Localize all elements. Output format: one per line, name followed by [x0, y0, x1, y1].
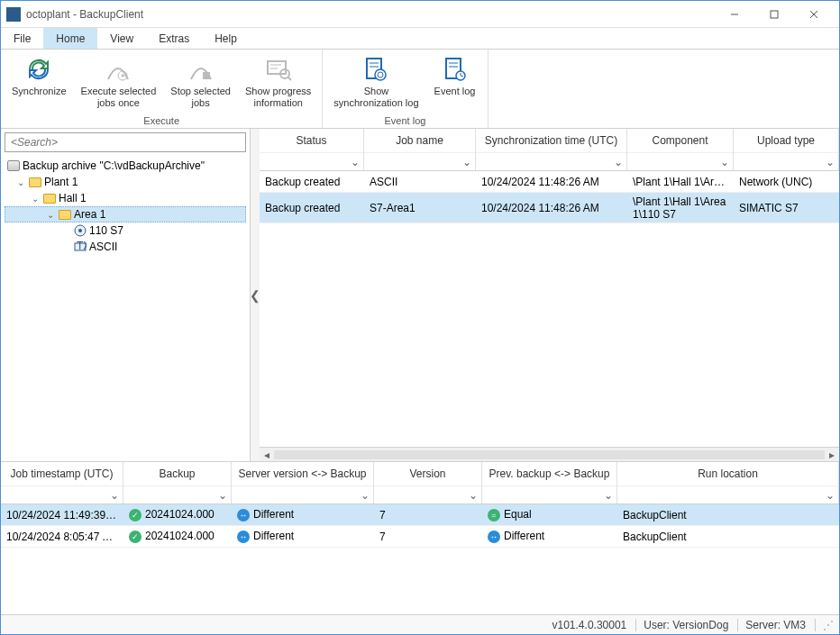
maximize-button[interactable]	[754, 2, 794, 27]
resize-grip-icon[interactable]: ⋰	[815, 619, 834, 631]
tree-root[interactable]: Backup archive "C:\vdBackupArchive"	[5, 158, 246, 174]
scroll-left-icon[interactable]: ◂	[260, 449, 274, 461]
col-status[interactable]: Status⌄	[260, 129, 364, 170]
folder-icon	[28, 176, 42, 188]
table-row[interactable]: Backup created S7-Area1 10/24/2024 11:48…	[260, 193, 839, 223]
filter-dropdown[interactable]: ⌄	[482, 485, 616, 503]
tree-area1[interactable]: ⌄ Area 1	[5, 206, 246, 222]
filter-dropdown[interactable]: ⌄	[627, 152, 733, 170]
ribbon: Synchronize Execute selected jobs once S…	[1, 50, 839, 129]
filter-dropdown[interactable]: ⌄	[734, 152, 838, 170]
play-once-icon	[104, 55, 132, 84]
filter-dropdown[interactable]: ⌄	[260, 152, 363, 170]
tree-110s7[interactable]: 110 S7	[5, 222, 246, 239]
folder-icon	[58, 208, 72, 221]
col-version[interactable]: Version⌄	[374, 462, 482, 503]
sync-icon	[24, 55, 53, 84]
expand-icon[interactable]: ⌄	[15, 177, 26, 187]
event-log-icon	[441, 55, 470, 84]
table-row[interactable]: Backup created ASCII 10/24/2024 11:48:26…	[260, 171, 839, 193]
filter-dropdown[interactable]: ⌄	[364, 152, 475, 170]
main-content: Backup archive "C:\vdBackupArchive" ⌄ Pl…	[1, 129, 839, 461]
tree-hall1[interactable]: ⌄ Hall 1	[5, 190, 246, 206]
menu-view[interactable]: View	[97, 28, 146, 49]
filter-dropdown[interactable]: ⌄	[123, 485, 231, 503]
ribbon-group-eventlog: Show synchronization log Event log Event…	[323, 50, 488, 128]
diff-icon: ↔	[237, 509, 250, 522]
tree-pane: Backup archive "C:\vdBackupArchive" ⌄ Pl…	[1, 129, 251, 461]
expand-icon[interactable]: ⌄	[30, 194, 41, 204]
component-icon	[73, 224, 87, 237]
expand-icon[interactable]: ⌄	[45, 210, 56, 220]
scroll-track[interactable]	[274, 450, 825, 459]
app-icon	[6, 7, 21, 22]
svg-point-15	[375, 69, 386, 80]
show-sync-log-button[interactable]: Show synchronization log	[326, 51, 425, 115]
status-server: Server: VM3	[737, 619, 806, 631]
jobs-grid-body[interactable]: Backup created ASCII 10/24/2024 11:48:26…	[260, 171, 839, 447]
history-grid-body[interactable]: 10/24/2024 11:49:39 AM ✓20241024.000 ↔Di…	[1, 504, 839, 614]
stop-icon	[187, 55, 215, 84]
scroll-right-icon[interactable]: ▸	[825, 449, 839, 461]
menu-extras[interactable]: Extras	[146, 28, 202, 49]
col-uploadtype[interactable]: Upload type⌄	[734, 129, 839, 170]
svg-rect-1	[771, 11, 778, 18]
filter-dropdown[interactable]: ⌄	[374, 485, 481, 503]
col-synctime[interactable]: Synchronization time (UTC)⌄	[476, 129, 627, 170]
history-grid-header: Job timestamp (UTC)⌄ Backup⌄ Server vers…	[1, 462, 839, 504]
tree-plant1[interactable]: ⌄ Plant 1	[5, 174, 246, 190]
col-serverversion[interactable]: Server version <-> Backup⌄	[232, 462, 374, 503]
show-progress-button[interactable]: Show progress information	[238, 51, 318, 115]
ribbon-group-execute: Synchronize Execute selected jobs once S…	[1, 50, 323, 128]
tree-view[interactable]: Backup archive "C:\vdBackupArchive" ⌄ Pl…	[1, 156, 250, 461]
jobs-grid: Status⌄ Job name⌄ Synchronization time (…	[260, 129, 839, 461]
status-user: User: VersionDog	[635, 619, 728, 631]
ribbon-eventlog-label: Event log	[326, 115, 483, 128]
search-box	[5, 132, 246, 152]
sync-log-icon	[361, 55, 390, 84]
filter-dropdown[interactable]: ⌄	[232, 485, 373, 503]
status-bar: v101.4.0.30001 User: VersionDog Server: …	[1, 614, 839, 634]
svg-rect-6	[203, 72, 210, 79]
filter-dropdown[interactable]: ⌄	[1, 485, 123, 503]
jobs-grid-header: Status⌄ Job name⌄ Synchronization time (…	[260, 129, 839, 171]
menu-file[interactable]: File	[1, 28, 43, 49]
filter-dropdown[interactable]: ⌄	[476, 152, 626, 170]
folder-icon	[42, 192, 57, 204]
execute-selected-button[interactable]: Execute selected jobs once	[74, 51, 164, 115]
svg-line-11	[288, 77, 291, 80]
svg-text:TXT: TXT	[77, 240, 87, 252]
window-title: octoplant - BackupClient	[26, 8, 715, 21]
col-backup[interactable]: Backup⌄	[123, 462, 232, 503]
progress-icon	[264, 55, 293, 84]
table-row[interactable]: 10/24/2024 8:05:47 AM ✓20241024.000 ↔Dif…	[1, 526, 839, 548]
col-timestamp[interactable]: Job timestamp (UTC)⌄	[1, 462, 123, 503]
synchronize-button[interactable]: Synchronize	[5, 51, 74, 115]
main-grid-pane: Status⌄ Job name⌄ Synchronization time (…	[260, 129, 839, 461]
col-component[interactable]: Component⌄	[627, 129, 734, 170]
diff-icon: ↔	[237, 531, 250, 543]
minimize-button[interactable]	[715, 2, 754, 27]
filter-dropdown[interactable]: ⌄	[617, 485, 838, 503]
tree-ascii[interactable]: TXT ASCII	[5, 239, 246, 255]
status-icon: ✓	[129, 531, 142, 543]
stop-selected-button[interactable]: Stop selected jobs	[163, 51, 238, 115]
status-icon: ✓	[129, 509, 142, 522]
menu-help[interactable]: Help	[202, 28, 250, 49]
search-input[interactable]	[5, 133, 245, 151]
menu-bar: File Home View Extras Help	[1, 28, 839, 50]
col-jobname[interactable]: Job name⌄	[364, 129, 476, 170]
col-prevbackup[interactable]: Prev. backup <-> Backup⌄	[482, 462, 617, 503]
ribbon-execute-label: Execute	[5, 115, 318, 128]
horizontal-scrollbar[interactable]: ◂ ▸	[260, 447, 839, 461]
diff-icon: ↔	[488, 531, 500, 543]
close-button[interactable]	[794, 2, 834, 27]
pane-splitter[interactable]: ❮	[251, 129, 260, 461]
event-log-button[interactable]: Event log	[426, 51, 484, 115]
status-version: v101.4.0.30001	[552, 619, 627, 631]
table-row[interactable]: 10/24/2024 11:49:39 AM ✓20241024.000 ↔Di…	[1, 504, 839, 526]
component-icon: TXT	[73, 240, 87, 253]
col-runlocation[interactable]: Run location⌄	[617, 462, 839, 503]
menu-home[interactable]: Home	[43, 28, 97, 49]
history-grid: Job timestamp (UTC)⌄ Backup⌄ Server vers…	[1, 461, 839, 614]
